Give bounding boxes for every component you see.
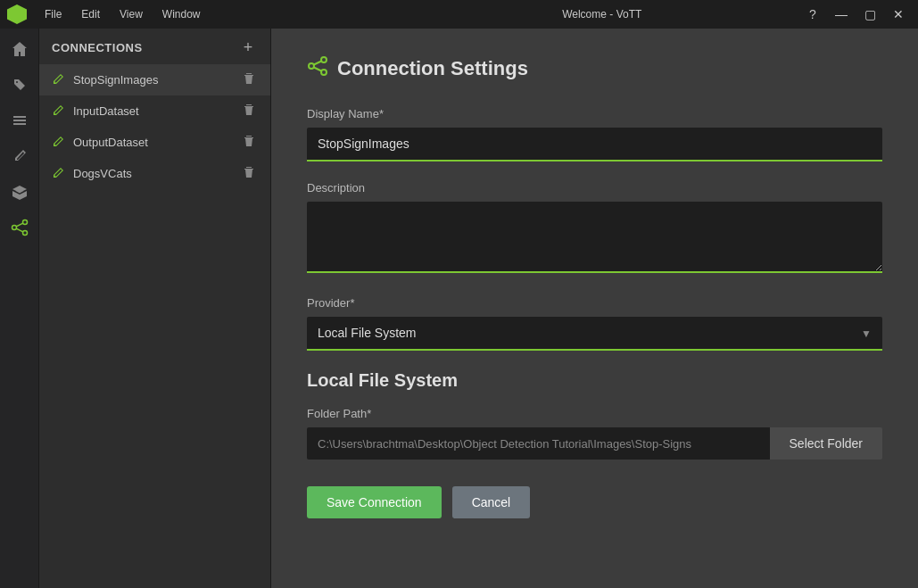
local-fs-title: Local File System: [307, 370, 882, 391]
provider-select-wrapper: Local File System Azure Blob Storage Bin…: [307, 317, 882, 351]
connections-activity-icon[interactable]: [3, 211, 37, 244]
sidebar-item-outputdataset[interactable]: OutputDataset: [39, 127, 270, 158]
maximize-button[interactable]: ▢: [857, 4, 882, 24]
edit-icon-stopsign: [52, 73, 66, 87]
edit-activity-icon[interactable]: [3, 139, 37, 173]
title-bar-title: Welcome - VoTT: [404, 8, 801, 21]
display-name-group: Display Name*: [307, 107, 882, 161]
edit-icon-dogs: [52, 167, 66, 181]
description-textarea[interactable]: [307, 202, 882, 273]
svg-point-3: [12, 226, 16, 230]
svg-point-8: [309, 63, 314, 69]
cancel-button[interactable]: Cancel: [452, 486, 531, 518]
edit-icon-input: [52, 104, 66, 119]
content-area: Connection Settings Display Name* Descri…: [271, 29, 918, 588]
menu-file[interactable]: File: [36, 4, 70, 24]
display-name-input[interactable]: [307, 128, 882, 161]
svg-rect-0: [13, 116, 26, 118]
sidebar-item-stopsignimages[interactable]: StopSignImages: [39, 64, 270, 95]
svg-point-4: [22, 220, 27, 225]
title-bar: File Edit View Window Welcome - VoTT ? —…: [0, 0, 918, 29]
local-file-system-section: Local File System Folder Path* Select Fo…: [307, 370, 882, 460]
save-connection-button[interactable]: Save Connection: [307, 486, 442, 518]
sidebar-item-name-stopsign: StopSignImages: [73, 73, 240, 87]
home-activity-icon[interactable]: [3, 32, 37, 66]
form-actions: Save Connection Cancel: [307, 486, 882, 518]
provider-select[interactable]: Local File System Azure Blob Storage Bin…: [307, 317, 882, 351]
main-layout: CONNECTIONS + StopSignImages InputDatase…: [0, 29, 918, 588]
learn-activity-icon[interactable]: [3, 175, 37, 209]
folder-path-group: Folder Path* Select Folder: [307, 407, 882, 460]
sidebar-item-inputdataset[interactable]: InputDataset: [39, 95, 270, 127]
close-button[interactable]: ✕: [886, 4, 911, 24]
sidebar-item-name-output: OutputDataset: [73, 136, 240, 149]
add-connection-button[interactable]: +: [238, 37, 258, 57]
svg-line-7: [16, 228, 23, 232]
svg-point-9: [321, 57, 327, 62]
provider-label: Provider*: [307, 296, 882, 310]
description-group: Description: [307, 181, 882, 277]
edit-icon-output: [52, 136, 66, 150]
vott-logo-icon: [7, 4, 27, 24]
sidebar-item-name-dogs: DogsVCats: [73, 167, 240, 180]
svg-point-5: [22, 231, 27, 236]
svg-point-10: [321, 70, 327, 75]
delete-dogs-button[interactable]: [240, 164, 258, 183]
help-button[interactable]: ?: [800, 4, 825, 24]
delete-stopsign-button[interactable]: [240, 70, 258, 89]
sidebar-title: CONNECTIONS: [52, 41, 143, 54]
folder-path-row: Select Folder: [307, 427, 882, 460]
connection-settings-icon: [307, 55, 328, 82]
sidebar: CONNECTIONS + StopSignImages InputDatase…: [39, 29, 271, 588]
folder-path-label: Folder Path*: [307, 407, 882, 420]
select-folder-button[interactable]: Select Folder: [770, 427, 882, 460]
provider-group: Provider* Local File System Azure Blob S…: [307, 296, 882, 351]
svg-line-12: [314, 68, 321, 71]
folder-path-input[interactable]: [307, 427, 770, 460]
svg-line-11: [314, 62, 321, 65]
description-label: Description: [307, 181, 882, 195]
content-header: Connection Settings: [307, 55, 882, 82]
menu-window[interactable]: Window: [153, 4, 210, 24]
menu-view[interactable]: View: [111, 4, 152, 24]
page-title: Connection Settings: [337, 57, 528, 80]
delete-input-button[interactable]: [240, 102, 258, 120]
sidebar-item-dogsvcats[interactable]: DogsVCats: [39, 158, 270, 189]
title-bar-controls: ? — ▢ ✕: [800, 4, 911, 24]
svg-rect-1: [13, 120, 26, 121]
display-name-label: Display Name*: [307, 107, 882, 120]
sidebar-header: CONNECTIONS +: [39, 29, 270, 64]
tag-activity-icon[interactable]: [3, 68, 37, 102]
activity-bar: [0, 29, 39, 588]
svg-line-6: [16, 223, 23, 227]
svg-rect-2: [13, 123, 26, 125]
title-bar-menu: File Edit View Window: [7, 4, 404, 24]
delete-output-button[interactable]: [240, 133, 258, 152]
list-activity-icon[interactable]: [3, 104, 37, 137]
minimize-button[interactable]: —: [829, 4, 854, 24]
menu-edit[interactable]: Edit: [72, 4, 109, 24]
sidebar-item-name-input: InputDataset: [73, 104, 240, 118]
